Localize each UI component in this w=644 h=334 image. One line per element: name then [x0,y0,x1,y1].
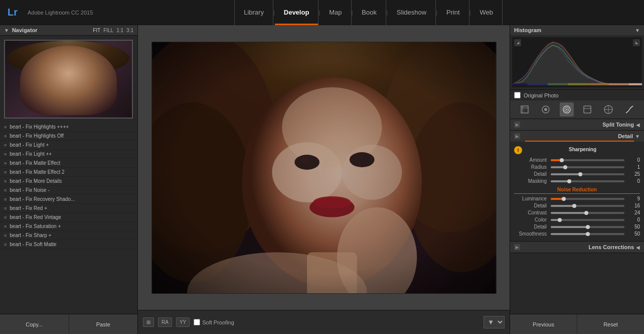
split-toning-header[interactable]: ▶ Split Toning ◀ [510,119,644,130]
original-photo-checkbox[interactable] [514,92,521,98]
noise-contrast-label: Contrast [514,210,547,215]
graduated-filter-icon[interactable] [580,102,594,117]
noise-smoothness-thumb [586,232,590,236]
preset-item-6[interactable]: ≡beart - Fix More Details [0,177,137,186]
tab-web[interactable]: Web [471,0,503,25]
noise-luminance-label: Luminance [514,196,547,201]
sharpening-masking-value: 0 [627,178,640,184]
detail-scroll-area: ▶ Split Toning ◀ ▶ Detail ▼ [510,119,644,314]
navigator-collapse-icon[interactable]: ▼ [4,28,9,33]
histogram-collapse-icon[interactable]: ▼ [635,28,640,33]
sharpening-detail-slider[interactable] [551,173,624,175]
preset-name-11: beart - Fix Saturation + [10,224,61,229]
preset-name-12: beart - Fix Sharp + [10,233,51,238]
preset-item-4[interactable]: ≡beart - Fix Matte Effect [0,159,137,168]
noise-luminance-slider[interactable] [551,198,624,200]
noise-contrast-slider[interactable] [551,212,624,214]
lens-corrections-header[interactable]: ▶ Lens Corrections ◀ [510,242,644,253]
zoom-button[interactable]: YY [176,317,190,327]
svg-rect-27 [608,83,628,85]
noise-color-detail-value: 50 [627,224,640,230]
paste-button[interactable]: Paste [69,314,138,334]
lens-corrections-arrow-icon: ◀ [636,245,640,250]
radial-filter-icon[interactable] [601,102,615,117]
thumbnail-image [4,40,133,119]
preset-item-1[interactable]: ≡beart - Fix Highlights Off [0,132,137,141]
preset-item-7[interactable]: ≡beart - Fix Noise - [0,186,137,195]
noise-detail-row: Detail 16 [514,203,640,208]
noise-smoothness-row: Smoothness 50 [514,231,640,237]
preset-item-12[interactable]: ≡beart - Fix Sharp + [0,231,137,240]
navigator-title: Navigator [12,27,93,33]
copy-button[interactable]: Copy... [0,314,69,334]
previous-button[interactable]: Previous [510,314,577,334]
preset-item-9[interactable]: ≡beart - Fix Red + [0,204,137,213]
preset-item-2[interactable]: ≡beart - Fix Light + [0,141,137,150]
noise-color-slider[interactable] [551,219,624,221]
noise-color-detail-slider[interactable] [551,226,624,228]
preset-icon-3: ≡ [4,152,7,157]
sharpening-amount-slider[interactable] [551,159,624,161]
histogram-shadow-clip-icon[interactable]: ◢ [514,39,521,46]
sharpening-radius-label: Radius [514,164,547,170]
preset-item-11[interactable]: ≡beart - Fix Saturation + [0,222,137,231]
tab-library[interactable]: Library [234,0,273,25]
bottom-dropdown[interactable]: ▼ [484,316,505,328]
noise-smoothness-slider[interactable] [551,233,624,235]
noise-luminance-value: 9 [627,196,640,201]
fit-option-3to1[interactable]: 3:1 [126,28,133,33]
tab-print[interactable]: Print [437,0,469,25]
tab-slideshow[interactable]: Slideshow [388,0,436,25]
fit-option-fit[interactable]: FIT [93,28,100,33]
reset-button[interactable]: Reset [577,314,644,334]
preset-name-13: beart - Fix Soft Matte [10,242,56,247]
preset-icon-1: ≡ [4,134,7,139]
sharpening-radius-slider[interactable] [551,166,624,168]
svg-rect-23 [527,83,547,85]
tab-develop[interactable]: Develop [275,0,319,25]
compare-button[interactable]: RA [158,317,172,327]
noise-reduction-label: Noise Reduction [514,187,640,194]
crop-icon-svg [520,104,530,115]
noise-color-label: Color [514,217,547,222]
view-mode-button[interactable]: ⊞ [143,317,154,327]
svg-rect-26 [588,83,608,85]
preset-item-8[interactable]: ≡beart - Fix Recovery Shado... [0,195,137,204]
detail-content: ! Sharpening Amount 0 [510,142,644,241]
spot-heal-tool-icon[interactable] [539,102,553,117]
lens-corrections-section: ▶ Lens Corrections ◀ [510,242,644,253]
navigator-thumbnail [0,36,137,123]
lens-corrections-title: Lens Corrections [523,244,634,250]
noise-color-detail-thumb [586,225,590,229]
noise-smoothness-label: Smoothness [514,231,547,237]
crop-tool-icon[interactable] [518,102,532,117]
noise-detail-slider[interactable] [551,205,624,207]
sharpening-masking-slider[interactable] [551,180,624,182]
sharpening-radius-value: 1 [627,164,640,170]
detail-header[interactable]: ▶ Detail ▼ [510,131,644,142]
soft-proofing-checkbox[interactable] [194,319,200,325]
detail-section: ▶ Detail ▼ ! Sharpening [510,131,644,242]
fit-option-fill[interactable]: FILL [103,28,113,33]
bottom-toolbar: ⊞ RA YY Soft Proofing ▼ [138,310,510,334]
sharpening-amount-label: Amount [514,157,547,163]
preset-item-10[interactable]: ≡beart - Fix Red Vintage [0,213,137,222]
tone-curve-icon[interactable] [622,102,636,117]
noise-color-detail-label: Detail [514,224,547,230]
adjustment-brush-tool-icon[interactable] [560,102,574,117]
sharpening-detail-value: 25 [627,171,640,177]
preset-item-3[interactable]: ≡beart - Fix Light ++ [0,150,137,159]
preset-icon-2: ≡ [4,143,7,148]
preset-item-0[interactable]: ≡beart - Fix Highlights ++++ [0,123,137,132]
sharpening-radius-thumb [563,165,567,169]
tab-map[interactable]: Map [320,0,351,25]
center-panel: ⊞ RA YY Soft Proofing ▼ [138,25,510,334]
preset-item-13[interactable]: ≡beart - Fix Soft Matte [0,240,137,249]
detail-expand-icon: ▶ [514,133,520,139]
tab-book[interactable]: Book [353,0,386,25]
preset-item-5[interactable]: ≡beart - Fix Matte Effect 2 [0,168,137,177]
histogram-highlight-clip-icon[interactable]: ◣ [633,39,640,46]
fit-option-1to1[interactable]: 1:1 [116,28,123,33]
thumb-face [20,46,117,115]
histogram-svg [512,37,642,87]
